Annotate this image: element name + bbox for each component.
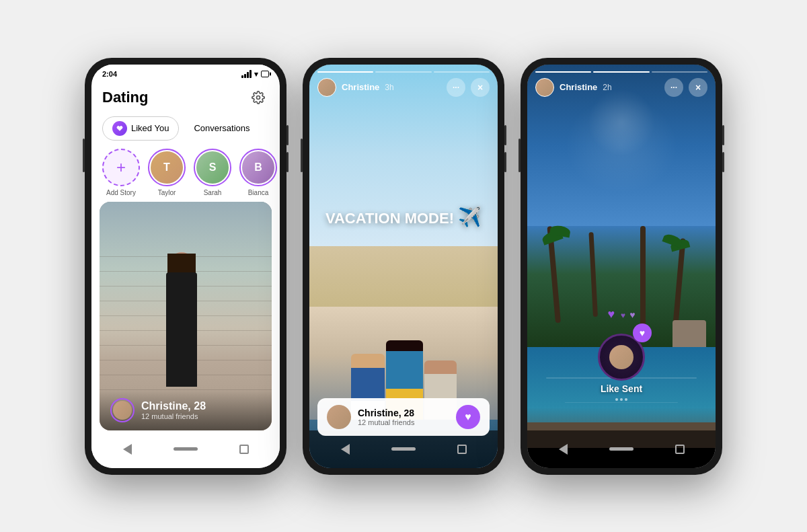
time-display: 2:04 [102,70,117,78]
status-icons: ▾ [241,70,269,79]
story-user-name: Christine [342,82,379,92]
progress-seg-2 [375,71,431,73]
story-user-avatar-3 [535,78,554,97]
close-icon-3: × [695,82,701,93]
like-badge-avatar [609,345,633,369]
resort-background [527,65,716,468]
taylor-initial: T [151,151,183,184]
card-info-bar: Christine, 28 12 mutual friends [100,390,272,430]
phone-1-screen: 2:04 ▾ Dating [91,65,280,468]
back-button-1[interactable] [115,437,139,461]
home-button-2[interactable] [391,437,416,461]
card-profile-avatar [113,401,132,420]
recents-icon-2 [457,445,467,454]
vol-up-btn[interactable] [286,125,289,145]
heart-float-badge: ♥ [633,324,652,342]
settings-button[interactable] [247,87,269,108]
phone3-vol-down[interactable] [722,152,724,172]
sarah-initial: S [196,151,229,184]
story-card-name: Christine, 28 [358,408,449,418]
story-close-button-3[interactable]: × [689,78,707,97]
power-btn[interactable] [83,139,85,172]
conversations-label: Conversations [194,123,249,133]
phone-3: Christine 2h ··· × [521,58,722,475]
story-more-button[interactable]: ··· [447,78,465,97]
phone3-power[interactable] [518,139,521,172]
story-progress-bar [317,71,490,73]
story-controls: ··· × [447,78,490,97]
vacation-text: VACATION MODE! ✈️ [325,206,482,228]
liked-you-avatar [112,121,127,136]
phone2-vol-down[interactable] [504,152,506,172]
tabs-row: Liked You Conversations [91,114,280,146]
bottom-navigation-1 [91,430,280,468]
conversations-tab[interactable]: Conversations [184,116,259,141]
back-icon-2 [341,444,350,455]
stories-row: + Add Story T Taylor [91,146,280,202]
story-taylor[interactable]: T Taylor [148,149,186,196]
like-button[interactable]: ♥ [456,405,480,429]
back-button-2[interactable] [333,437,357,461]
story-card-info: Christine, 28 12 mutual friends [358,408,449,426]
bianca-avatar: B [242,151,274,184]
recents-button-2[interactable] [450,437,474,461]
back-button-3[interactable] [551,437,575,461]
signal-icon [241,70,252,78]
main-profile-card[interactable]: Christine, 28 12 mutual friends [100,202,272,430]
bottom-navigation-3 [527,430,716,468]
story-user-row: Christine 3h ··· × [317,78,490,97]
app-header: Dating [91,81,280,114]
bottom-navigation-2 [309,430,498,468]
phone2-power[interactable] [301,139,303,172]
p3-seg-2 [593,71,649,73]
taylor-avatar: T [151,151,183,184]
story-overlay-top: Christine 3h ··· × [309,65,498,104]
add-story-button[interactable]: + [102,149,140,186]
story-user-name-3: Christine [560,82,597,92]
phone-1: 2:04 ▾ Dating [85,58,286,475]
story-sarah[interactable]: S Sarah [194,149,231,196]
recents-button-3[interactable] [668,437,692,461]
home-button-1[interactable] [174,437,198,461]
story-card-mutual: 12 mutual friends [358,418,449,426]
phone-3-screen: Christine 2h ··· × [527,65,716,468]
wifi-icon: ▾ [254,70,258,79]
story-screen: Christine 3h ··· × VA [309,65,498,468]
taylor-ring: T [148,149,186,186]
recents-button-1[interactable] [232,437,256,461]
phone2-vol-up[interactable] [504,125,506,145]
dot-1 [615,398,618,401]
phone3-vol-up[interactable] [722,125,724,145]
story-beach [309,246,498,307]
more-icon-3: ··· [670,83,677,92]
plus-icon: + [116,158,126,177]
story-user-time: 3h [385,83,393,92]
liked-you-label: Liked You [131,123,169,133]
story-more-button-3[interactable]: ··· [664,78,683,97]
home-icon-2 [391,447,416,451]
sarah-label: Sarah [204,189,222,196]
card-text-info: Christine, 28 12 mutual friends [141,400,261,420]
recents-icon-1 [239,445,249,454]
liked-you-tab[interactable]: Liked You [102,116,179,141]
home-button-3[interactable] [609,437,633,461]
floating-hearts: ♥ ♥ ♥ [607,307,635,321]
story-card-avatar [327,405,351,429]
bianca-label: Bianca [248,189,269,196]
add-story-label: Add Story [106,189,136,196]
app-title: Dating [102,89,148,106]
story-close-button[interactable]: × [471,78,490,97]
add-story-item[interactable]: + Add Story [102,149,140,196]
battery-icon [261,71,269,77]
heart-float-2: ♥ [621,311,625,320]
dot-2 [620,398,623,401]
more-icon: ··· [453,83,459,92]
phone-2: Christine 3h ··· × VA [303,58,504,475]
p3-seg-1 [535,71,591,73]
like-sent-screen: Christine 2h ··· × [527,65,716,468]
story-user-time-3: 2h [603,83,611,92]
p3-seg-3 [652,71,707,73]
back-icon-1 [123,444,132,455]
vol-down-btn[interactable] [286,152,289,172]
story-bianca[interactable]: B Bianca [239,149,277,196]
